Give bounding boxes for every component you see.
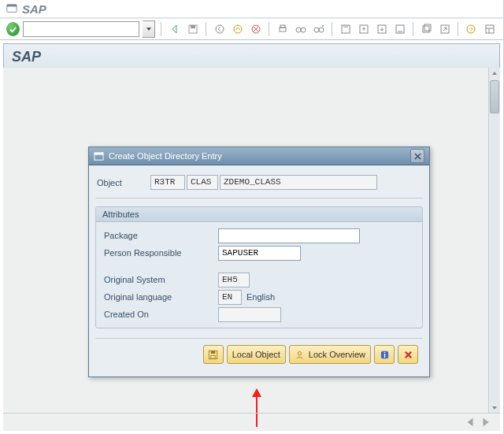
create-object-directory-dialog: Create Object Directory Entry Object R3T… [88, 147, 430, 377]
shortcut-button[interactable] [437, 21, 452, 37]
next-page-button[interactable] [374, 21, 389, 37]
object-row: Object R3TR CLAS ZDEMO_CLASS [95, 172, 423, 198]
back-button[interactable] [167, 21, 182, 37]
person-row: Person Responsible [104, 244, 414, 262]
dialog-title: Create Object Directory Entry [109, 151, 222, 161]
dialog-close-button[interactable] [410, 149, 424, 163]
svg-rect-26 [211, 351, 216, 354]
new-session-button[interactable] [419, 21, 434, 37]
menubar: SAP [0, 0, 503, 18]
scroll-down-button[interactable] [489, 402, 500, 414]
created-row: Created On [104, 306, 414, 323]
lock-overview-button[interactable]: Lock Overview [289, 345, 371, 364]
close-icon [414, 153, 421, 160]
separator [269, 22, 269, 36]
enter-button[interactable] [6, 22, 20, 36]
disk-icon [208, 350, 218, 360]
vertical-scrollbar[interactable] [488, 68, 500, 414]
created-label: Created On [104, 310, 218, 319]
svg-text:?: ? [469, 26, 473, 33]
layout-icon [484, 24, 495, 35]
find-next-button[interactable] [311, 21, 326, 37]
person-input[interactable] [218, 246, 301, 261]
origlang-label: Original language [104, 292, 218, 302]
help-button[interactable]: ? [464, 21, 479, 37]
last-page-button[interactable] [392, 21, 407, 37]
svg-rect-22 [486, 25, 494, 33]
disk-icon [187, 24, 198, 35]
menubar-title: SAP [22, 2, 46, 16]
page-first-icon [340, 24, 351, 35]
package-label: Package [104, 231, 218, 240]
chevron-right-icon [480, 417, 491, 428]
svg-rect-3 [191, 25, 195, 28]
object-pgmid: R3TR [150, 175, 185, 190]
svg-text:i: i [384, 351, 386, 359]
person-icon [295, 350, 305, 360]
svg-point-28 [298, 351, 301, 354]
object-name: ZDEMO_CLASS [220, 175, 377, 190]
separator [206, 22, 206, 36]
origsys-label: Original System [104, 275, 218, 284]
origsys-row: Original System EH5 [104, 271, 414, 288]
svg-rect-8 [280, 25, 285, 28]
chevron-up-icon [491, 70, 498, 76]
object-label: Object [97, 178, 144, 187]
attributes-body: Package Person Responsible Original Syst… [96, 222, 422, 328]
binoculars-plus-icon [313, 24, 324, 35]
separator [458, 22, 458, 36]
svg-rect-18 [424, 24, 431, 31]
main-window: SAP ? SAP [0, 0, 504, 434]
local-object-label: Local Object [232, 350, 280, 359]
print-button[interactable] [275, 21, 290, 37]
package-row: Package [104, 227, 414, 244]
object-type: CLAS [187, 175, 218, 190]
dialog-body: Object R3TR CLAS ZDEMO_CLASS Attributes … [89, 165, 429, 377]
sap-window-icon [6, 3, 17, 14]
separator [332, 22, 332, 36]
first-page-button[interactable] [338, 21, 353, 37]
exit-nav-button[interactable] [230, 21, 245, 37]
prev-page-button[interactable] [356, 21, 371, 37]
cancel-button[interactable] [398, 345, 418, 364]
separator [413, 22, 413, 36]
page-last-icon [395, 24, 406, 35]
svg-point-4 [216, 25, 224, 33]
scroll-thumb[interactable] [490, 80, 499, 113]
save-button[interactable] [185, 21, 200, 37]
globe-back-icon [214, 24, 225, 35]
dialog-button-row: Local Object Lock Overview i [95, 338, 423, 370]
svg-rect-24 [94, 152, 103, 154]
content-area: Create Object Directory Entry Object R3T… [3, 68, 500, 431]
link-icon [439, 24, 450, 35]
binoculars-icon [295, 24, 306, 35]
globe-up-icon [232, 24, 243, 35]
lock-overview-label: Lock Overview [309, 350, 365, 359]
save-object-button[interactable] [203, 345, 224, 364]
svg-point-9 [296, 28, 301, 32]
origlang-row: Original language EN English [104, 288, 414, 306]
chevron-down-icon [146, 26, 152, 32]
scroll-up-button[interactable] [489, 68, 500, 79]
command-dropdown[interactable] [143, 20, 155, 38]
command-field[interactable] [23, 21, 139, 37]
cancel-icon [403, 350, 413, 360]
svg-point-10 [301, 28, 306, 32]
cancel-nav-button[interactable] [248, 21, 263, 37]
info-icon: i [380, 350, 390, 360]
dialog-titlebar[interactable]: Create Object Directory Entry [89, 147, 429, 165]
system-toolbar: ? [0, 18, 503, 40]
scroll-left-button[interactable] [462, 414, 478, 430]
package-input[interactable] [218, 228, 360, 243]
origlang-text: English [246, 292, 275, 302]
information-button[interactable]: i [374, 345, 395, 364]
local-object-button[interactable]: Local Object [227, 345, 286, 364]
attributes-title: Attributes [96, 207, 422, 222]
back-nav-button[interactable] [212, 21, 227, 37]
find-button[interactable] [293, 21, 308, 37]
svg-rect-1 [7, 5, 17, 7]
printer-icon [277, 24, 288, 35]
layout-button[interactable] [482, 21, 497, 37]
scroll-right-button[interactable] [478, 414, 494, 430]
page-up-icon [358, 24, 369, 35]
